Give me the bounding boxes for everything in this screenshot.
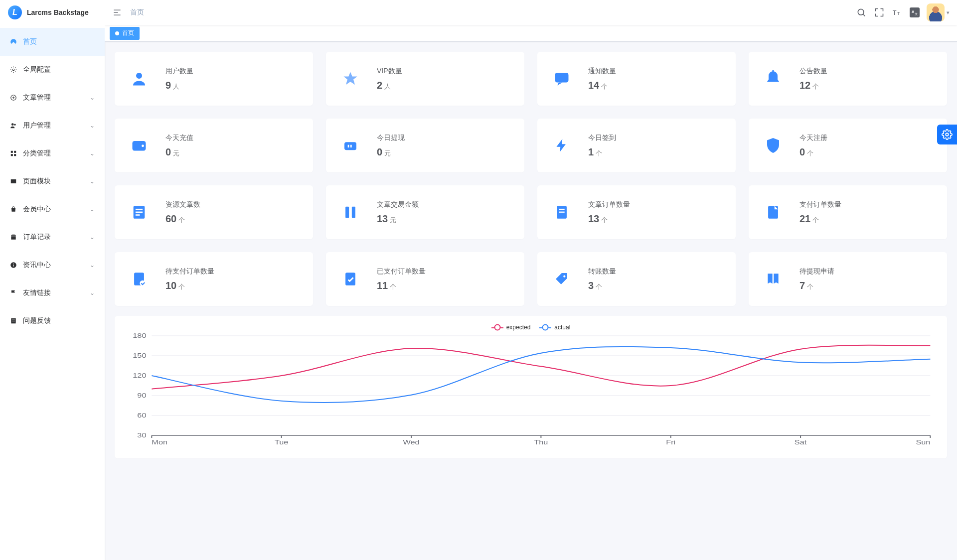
card-unit: 个: [178, 282, 185, 291]
stat-card[interactable]: 用户数量9 人: [115, 52, 313, 106]
user-menu[interactable]: ▾: [927, 3, 950, 21]
stat-card[interactable]: 公告数量12 个: [749, 52, 947, 106]
legend-actual[interactable]: actual: [539, 324, 570, 331]
tab-home[interactable]: 首页: [110, 27, 140, 40]
svg-rect-27: [350, 145, 352, 147]
card-value: 0 元: [377, 146, 405, 158]
dashboard-icon: [10, 38, 17, 45]
file2-icon: [762, 201, 785, 224]
sidebar-item-gear[interactable]: 全局配置: [0, 56, 105, 84]
book-icon: [762, 268, 785, 290]
card-info: 今天注册0 个: [799, 134, 827, 158]
card-info: 今日签到1 个: [588, 134, 616, 158]
svg-point-0: [12, 69, 14, 71]
page-icon: [10, 178, 17, 185]
stat-card[interactable]: 今日提现0 元: [326, 119, 524, 172]
card-value: 21 个: [799, 213, 841, 225]
chevron-down-icon: ⌄: [90, 94, 95, 101]
card-value: 0 个: [799, 146, 827, 158]
card-info: 文章交易金额13 元: [377, 200, 419, 225]
fontsize-icon[interactable]: TT: [892, 7, 903, 18]
card-info: 待支付订单数量10 个: [165, 267, 214, 291]
fullscreen-icon[interactable]: [874, 7, 885, 18]
legend-swatch-expected: [491, 325, 503, 330]
legend-expected[interactable]: expected: [491, 324, 531, 331]
stat-card[interactable]: 转账数量3 个: [537, 252, 736, 306]
card-unit: 个: [812, 82, 819, 91]
avatar: [927, 3, 945, 21]
stat-card[interactable]: 今天充值0 元: [115, 119, 313, 172]
card-unit: 个: [390, 282, 396, 291]
stat-card[interactable]: 资源文章数60 个: [115, 185, 313, 239]
chevron-down-icon: ⌄: [90, 178, 95, 185]
stat-card[interactable]: 通知数量14 个: [537, 52, 736, 106]
sidebar-item-label: 资讯中心: [23, 261, 84, 270]
card-value: 11 个: [377, 280, 426, 291]
bell-icon: [762, 67, 785, 90]
card-value: 12 个: [799, 80, 827, 91]
svg-text:T: T: [893, 9, 897, 16]
sidebar-item-flag[interactable]: 友情链接⌄: [0, 279, 105, 307]
svg-point-2: [11, 123, 14, 126]
sidebar-item-feedback[interactable]: 问题反馈: [0, 307, 105, 335]
card-unit: 人: [384, 82, 391, 91]
sidebar-item-label: 友情链接: [23, 288, 84, 297]
card-value: 10 个: [165, 280, 214, 291]
svg-rect-29: [136, 209, 143, 210]
svg-rect-37: [768, 206, 778, 219]
settings-fab[interactable]: [937, 125, 957, 144]
legend-label: expected: [506, 324, 531, 331]
svg-rect-35: [559, 209, 564, 210]
language-icon[interactable]: A文: [910, 7, 920, 17]
svg-text:Thu: Thu: [534, 439, 548, 445]
tabs-bar: 首页: [105, 25, 957, 42]
tab-label: 首页: [122, 29, 134, 37]
stat-card[interactable]: 文章交易金额13 元: [326, 185, 524, 239]
svg-rect-14: [12, 321, 15, 321]
card-unit: 个: [601, 216, 608, 225]
sidebar-item-category[interactable]: 分类管理⌄: [0, 140, 105, 167]
hamburger-icon[interactable]: [112, 7, 122, 17]
stat-card[interactable]: 待支付订单数量10 个: [115, 252, 313, 306]
svg-rect-33: [352, 207, 355, 218]
card-title: 支付订单数量: [799, 200, 841, 209]
sidebar-item-label: 订单记录: [23, 233, 84, 242]
card-info: 资源文章数60 个: [165, 200, 200, 225]
sidebar-item-order[interactable]: 订单记录⌄: [0, 223, 105, 251]
stat-card[interactable]: VIP数量2 人: [326, 52, 524, 106]
stat-card[interactable]: 文章订单数量13 个: [537, 185, 736, 239]
search-icon[interactable]: [856, 7, 867, 18]
card-unit: 个: [812, 216, 819, 225]
sidebar-item-info[interactable]: 资讯中心⌄: [0, 251, 105, 279]
card-value: 2 人: [377, 80, 402, 91]
stat-card[interactable]: 待提现申请7 个: [749, 252, 947, 306]
card-info: 用户数量9 人: [165, 67, 193, 91]
card-info: 转账数量3 个: [588, 267, 616, 291]
sidebar-item-article[interactable]: 文章管理⌄: [0, 84, 105, 112]
chart-panel: expected actual 306090120150180MonTueWed…: [115, 316, 947, 458]
card-title: 今天充值: [165, 134, 193, 142]
card-info: 支付订单数量21 个: [799, 200, 841, 225]
stat-card[interactable]: 支付订单数量21 个: [749, 185, 947, 239]
card-value: 60 个: [165, 213, 200, 225]
stat-card[interactable]: 今天注册0 个: [749, 119, 947, 172]
sidebar-item-member[interactable]: 会员中心⌄: [0, 195, 105, 223]
sidebar-item-users[interactable]: 用户管理⌄: [0, 112, 105, 140]
stat-card[interactable]: 已支付订单数量11 个: [326, 252, 524, 306]
logo[interactable]: L Larcms Backstage: [0, 0, 105, 25]
info-icon: [10, 262, 17, 269]
stat-card[interactable]: 今日签到1 个: [537, 119, 736, 172]
card-title: 待支付订单数量: [165, 267, 214, 276]
svg-text:Mon: Mon: [152, 439, 167, 445]
svg-text:60: 60: [137, 412, 146, 419]
sidebar-item-page[interactable]: 页面模块⌄: [0, 167, 105, 195]
card-title: 今日提现: [377, 134, 405, 142]
svg-rect-30: [136, 212, 143, 213]
svg-rect-7: [14, 154, 16, 156]
withdraw-icon: [339, 134, 362, 157]
sidebar-item-dashboard[interactable]: 首页: [0, 28, 105, 56]
chevron-down-icon: ⌄: [90, 262, 95, 269]
svg-point-15: [858, 9, 864, 15]
file3-icon: [128, 268, 151, 290]
svg-rect-5: [14, 151, 16, 153]
